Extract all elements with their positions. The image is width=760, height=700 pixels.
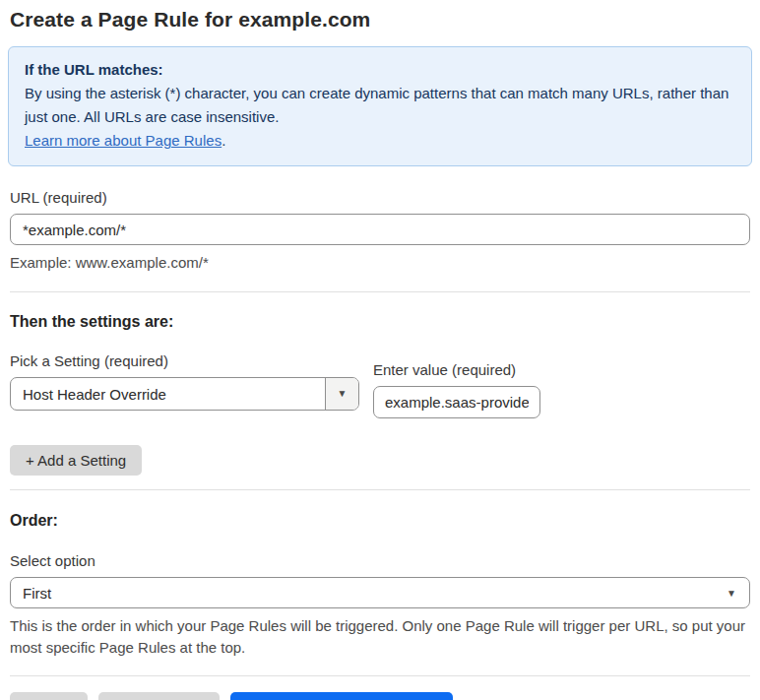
order-helper-text: This is the order in which your Page Rul… [10, 615, 750, 659]
order-select-value: First [23, 585, 51, 602]
url-input[interactable] [10, 214, 750, 245]
link-period: . [222, 132, 225, 149]
setting-value-column: Enter value (required) [373, 361, 540, 418]
page-title: Create a Page Rule for example.com [10, 8, 750, 32]
url-example-helper: Example: www.example.com/* [10, 252, 750, 274]
order-select-label: Select option [10, 552, 750, 569]
url-match-info-box: If the URL matches: By using the asteris… [8, 46, 752, 166]
divider [10, 675, 750, 676]
divider [10, 489, 750, 490]
save-deploy-button[interactable]: Save and Deploy Page Rule [230, 692, 453, 700]
add-setting-button[interactable]: + Add a Setting [10, 445, 142, 476]
info-box-link-line: Learn more about Page Rules. [25, 129, 735, 153]
learn-more-link[interactable]: Learn more about Page Rules [25, 132, 222, 149]
settings-row: Pick a Setting (required) Host Header Ov… [10, 352, 750, 418]
setting-dropdown[interactable]: Host Header Override ▼ [10, 377, 359, 411]
info-box-body: By using the asterisk (*) character, you… [25, 82, 735, 129]
setting-dropdown-value: Host Header Override [11, 378, 325, 410]
save-draft-button[interactable]: Save as Draft [98, 692, 220, 700]
chevron-down-icon: ▼ [338, 389, 348, 399]
info-box-heading: If the URL matches: [25, 58, 735, 82]
setting-value-label: Enter value (required) [373, 361, 540, 378]
cancel-button[interactable]: Cancel [10, 692, 88, 700]
chevron-down-icon: ▼ [727, 589, 736, 599]
order-select[interactable]: First ▼ [10, 577, 750, 608]
order-section-heading: Order: [10, 512, 750, 530]
setting-dropdown-button[interactable]: ▼ [325, 378, 358, 410]
divider [10, 291, 750, 292]
setting-value-input[interactable] [373, 386, 540, 418]
setting-picker-label: Pick a Setting (required) [10, 352, 359, 369]
settings-section-heading: Then the settings are: [10, 313, 750, 331]
setting-picker-column: Pick a Setting (required) Host Header Ov… [10, 352, 359, 411]
footer-actions: Cancel Save as Draft Save and Deploy Pag… [10, 692, 750, 700]
url-field-label: URL (required) [10, 189, 750, 206]
create-page-rule-form: Create a Page Rule for example.com If th… [0, 0, 760, 700]
